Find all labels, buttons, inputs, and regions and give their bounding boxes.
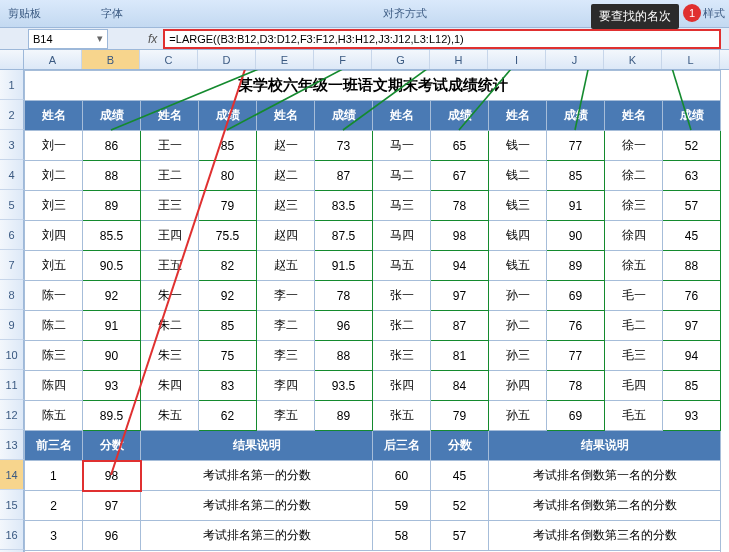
- cell[interactable]: 考试排名第三的分数: [141, 521, 373, 551]
- cell[interactable]: 成绩: [431, 101, 489, 131]
- cell[interactable]: 73: [315, 131, 373, 161]
- col-header-H[interactable]: H: [430, 50, 488, 69]
- cell[interactable]: 刘三: [25, 191, 83, 221]
- row-header-16[interactable]: 16: [0, 520, 24, 550]
- cell[interactable]: 97: [83, 491, 141, 521]
- cell[interactable]: 姓名: [141, 101, 199, 131]
- cell[interactable]: 徐五: [605, 251, 663, 281]
- cell[interactable]: 77: [547, 341, 605, 371]
- cell[interactable]: 王三: [141, 191, 199, 221]
- cell[interactable]: 1: [25, 461, 83, 491]
- cell[interactable]: 赵一: [257, 131, 315, 161]
- row-header-9[interactable]: 9: [0, 310, 24, 340]
- cell[interactable]: 98: [83, 461, 141, 491]
- cell[interactable]: 李一: [257, 281, 315, 311]
- cell[interactable]: 97: [663, 311, 721, 341]
- cell[interactable]: 毛四: [605, 371, 663, 401]
- cell[interactable]: 毛五: [605, 401, 663, 431]
- cell[interactable]: 钱二: [489, 161, 547, 191]
- cell[interactable]: 90: [547, 221, 605, 251]
- cell[interactable]: 91: [83, 311, 141, 341]
- cell[interactable]: 张四: [373, 371, 431, 401]
- cell[interactable]: 陈五: [25, 401, 83, 431]
- col-header-F[interactable]: F: [314, 50, 372, 69]
- cell[interactable]: 马一: [373, 131, 431, 161]
- select-all-corner[interactable]: [0, 50, 24, 69]
- cell[interactable]: 78: [547, 371, 605, 401]
- formula-input[interactable]: =LARGE((B3:B12,D3:D12,F3:F12,H3:H12,J3:J…: [163, 29, 721, 49]
- cell[interactable]: 88: [315, 341, 373, 371]
- cell[interactable]: 90.5: [83, 251, 141, 281]
- cell[interactable]: 52: [663, 131, 721, 161]
- cell[interactable]: 孙四: [489, 371, 547, 401]
- cell[interactable]: 李五: [257, 401, 315, 431]
- cell[interactable]: 张五: [373, 401, 431, 431]
- cell[interactable]: 考试排名倒数第二名的分数: [489, 491, 721, 521]
- cell[interactable]: 王四: [141, 221, 199, 251]
- cell[interactable]: 75.5: [199, 221, 257, 251]
- col-header-J[interactable]: J: [546, 50, 604, 69]
- col-header-B[interactable]: B: [82, 50, 140, 69]
- row-header-10[interactable]: 10: [0, 340, 24, 370]
- cell[interactable]: 57: [431, 521, 489, 551]
- cell[interactable]: 刘二: [25, 161, 83, 191]
- cell[interactable]: 93.5: [315, 371, 373, 401]
- cell[interactable]: 刘五: [25, 251, 83, 281]
- col-header-K[interactable]: K: [604, 50, 662, 69]
- cell[interactable]: 后三名: [373, 431, 431, 461]
- cell[interactable]: 85: [199, 311, 257, 341]
- cell[interactable]: 67: [431, 161, 489, 191]
- cell[interactable]: 成绩: [663, 101, 721, 131]
- cell[interactable]: 97: [431, 281, 489, 311]
- cell[interactable]: 张一: [373, 281, 431, 311]
- cell[interactable]: 91: [547, 191, 605, 221]
- cell[interactable]: 赵五: [257, 251, 315, 281]
- cell[interactable]: 52: [431, 491, 489, 521]
- cell[interactable]: 马二: [373, 161, 431, 191]
- cell[interactable]: 陈二: [25, 311, 83, 341]
- cell[interactable]: 姓名: [257, 101, 315, 131]
- col-header-G[interactable]: G: [372, 50, 430, 69]
- cell[interactable]: 考试排名倒数第一名的分数: [489, 461, 721, 491]
- cell[interactable]: 考试排名倒数第三名的分数: [489, 521, 721, 551]
- cell[interactable]: 87: [431, 311, 489, 341]
- cell[interactable]: 姓名: [25, 101, 83, 131]
- cell[interactable]: 孙五: [489, 401, 547, 431]
- cell[interactable]: 77: [547, 131, 605, 161]
- cell[interactable]: 85: [199, 131, 257, 161]
- cell[interactable]: 89: [83, 191, 141, 221]
- cell[interactable]: 李三: [257, 341, 315, 371]
- row-header-3[interactable]: 3: [0, 130, 24, 160]
- cell[interactable]: 59: [373, 491, 431, 521]
- cell[interactable]: 某学校六年级一班语文期末考试成绩统计: [25, 71, 721, 101]
- cell[interactable]: 58: [373, 521, 431, 551]
- cell[interactable]: 98: [431, 221, 489, 251]
- cell[interactable]: 马四: [373, 221, 431, 251]
- cell[interactable]: 朱三: [141, 341, 199, 371]
- cell[interactable]: 88: [663, 251, 721, 281]
- cell[interactable]: 李二: [257, 311, 315, 341]
- cell[interactable]: 考试排名第二的分数: [141, 491, 373, 521]
- cell[interactable]: 李四: [257, 371, 315, 401]
- ribbon-group-styles[interactable]: 样式: [703, 6, 725, 21]
- cell[interactable]: 79: [431, 401, 489, 431]
- cell[interactable]: 前三名: [25, 431, 83, 461]
- cell[interactable]: 85: [547, 161, 605, 191]
- col-header-C[interactable]: C: [140, 50, 198, 69]
- cell[interactable]: 84: [431, 371, 489, 401]
- row-header-1[interactable]: 1: [0, 70, 24, 100]
- cell[interactable]: 马五: [373, 251, 431, 281]
- cell[interactable]: 成绩: [199, 101, 257, 131]
- cell[interactable]: 成绩: [83, 101, 141, 131]
- cell[interactable]: 朱二: [141, 311, 199, 341]
- cell[interactable]: 刘四: [25, 221, 83, 251]
- row-header-7[interactable]: 7: [0, 250, 24, 280]
- cell[interactable]: 王二: [141, 161, 199, 191]
- cell[interactable]: 75: [199, 341, 257, 371]
- cell[interactable]: 徐二: [605, 161, 663, 191]
- row-header-8[interactable]: 8: [0, 280, 24, 310]
- cell[interactable]: 87: [315, 161, 373, 191]
- fx-icon[interactable]: fx: [148, 32, 157, 46]
- cell[interactable]: 78: [431, 191, 489, 221]
- cell[interactable]: 陈一: [25, 281, 83, 311]
